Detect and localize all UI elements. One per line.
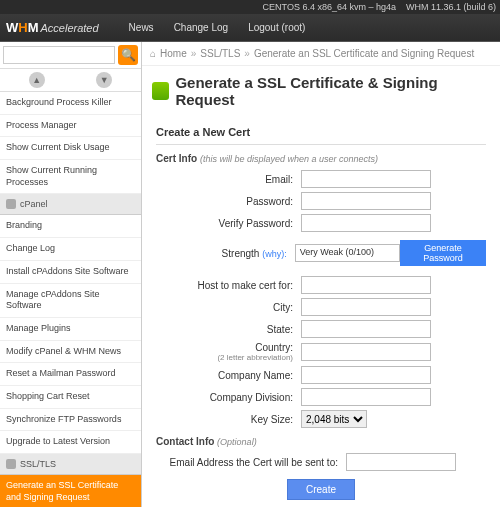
sidebar-item[interactable]: Change Log [0,238,141,261]
cert-info-title: Cert Info (this will be displayed when a… [156,153,486,164]
generate-password-button[interactable]: Generate Password [400,240,486,266]
sendto-label: Email Address the Cert will be sent to: [156,457,346,468]
top-status-bar: CENTOS 6.4 x86_64 kvm – hg4a WHM 11.36.1… [0,0,500,14]
keysize-select[interactable]: 2,048 bits [301,410,367,428]
breadcrumb-l1[interactable]: SSL/TLS [200,48,240,59]
nav-down-icon[interactable]: ▼ [96,72,112,88]
email-input[interactable] [301,170,431,188]
sidebar-item[interactable]: Shopping Cart Reset [0,386,141,409]
ssl-icon [6,459,16,469]
breadcrumb-l2: Generate an SSL Certificate and Signing … [254,48,474,59]
sidebar-item[interactable]: Show Current Disk Usage [0,137,141,160]
sidebar-item[interactable]: Upgrade to Latest Version [0,431,141,454]
certificate-icon [152,82,169,100]
breadcrumb-home[interactable]: Home [160,48,187,59]
division-input[interactable] [301,388,431,406]
sidebar: 🔍 ▲ ▼ Background Process Killer Process … [0,42,142,507]
nav-logout[interactable]: Logout (root) [248,22,305,33]
sidebar-search-input[interactable] [3,46,115,64]
main-content: ⌂ Home » SSL/TLS » Generate an SSL Certi… [142,42,500,507]
company-input[interactable] [301,366,431,384]
division-label: Company Division: [156,392,301,403]
sidebar-item-generate-ssl[interactable]: Generate an SSL Certificate and Signing … [0,475,141,507]
sidebar-item[interactable]: Background Process Killer [0,92,141,115]
state-input[interactable] [301,320,431,338]
home-icon[interactable]: ⌂ [150,48,156,59]
version-label: WHM 11.36.1 (build 6) [406,2,496,12]
company-label: Company Name: [156,370,301,381]
sidebar-search-row: 🔍 [0,42,141,69]
sidebar-category-cpanel[interactable]: cPanel [0,194,141,215]
sidebar-item[interactable]: Reset a Mailman Password [0,363,141,386]
country-input[interactable] [301,343,431,361]
contact-info-title: Contact Info (Optional) [156,436,486,447]
breadcrumb-sep: » [191,48,197,59]
create-button[interactable]: Create [287,479,355,500]
main-header: WHMAccelerated News Change Log Logout (r… [0,14,500,42]
cpanel-icon [6,199,16,209]
page-title: Generate a SSL Certificate & Signing Req… [142,66,500,116]
sidebar-nav-arrows: ▲ ▼ [0,69,141,92]
strength-label: Strength (why): [156,248,295,259]
city-input[interactable] [301,298,431,316]
state-label: State: [156,324,301,335]
whm-logo: WHMAccelerated [6,20,99,35]
strength-value: Very Weak (0/100) [295,244,400,262]
sidebar-item[interactable]: Modify cPanel & WHM News [0,341,141,364]
keysize-label: Key Size: [156,414,301,425]
sidebar-item[interactable]: Show Current Running Processes [0,160,141,194]
host-label: Host to make cert for: [156,280,301,291]
breadcrumb: ⌂ Home » SSL/TLS » Generate an SSL Certi… [142,42,500,66]
sidebar-item[interactable]: Install cPAddons Site Software [0,261,141,284]
password-label: Password: [156,196,301,207]
password-input[interactable] [301,192,431,210]
nav-changelog[interactable]: Change Log [174,22,229,33]
sidebar-item[interactable]: Synchronize FTP Passwords [0,409,141,432]
country-label: Country:(2 letter abbreviation) [156,342,301,362]
sidebar-item[interactable]: Manage cPAddons Site Software [0,284,141,318]
verify-password-label: Verify Password: [156,218,301,229]
sidebar-category-ssl[interactable]: SSL/TLS [0,454,141,475]
sidebar-item[interactable]: Process Manager [0,115,141,138]
nav-news[interactable]: News [129,22,154,33]
host-input[interactable] [301,276,431,294]
sendto-input[interactable] [346,453,456,471]
sidebar-item[interactable]: Branding [0,215,141,238]
email-label: Email: [156,174,301,185]
nav-up-icon[interactable]: ▲ [29,72,45,88]
city-label: City: [156,302,301,313]
verify-password-input[interactable] [301,214,431,232]
breadcrumb-sep: » [244,48,250,59]
section-title-create: Create a New Cert [156,116,486,145]
search-icon: 🔍 [121,48,136,62]
os-label: CENTOS 6.4 x86_64 kvm – hg4a [263,2,396,12]
sidebar-item[interactable]: Manage Plugins [0,318,141,341]
search-button[interactable]: 🔍 [118,45,138,65]
header-nav: News Change Log Logout (root) [129,22,306,33]
